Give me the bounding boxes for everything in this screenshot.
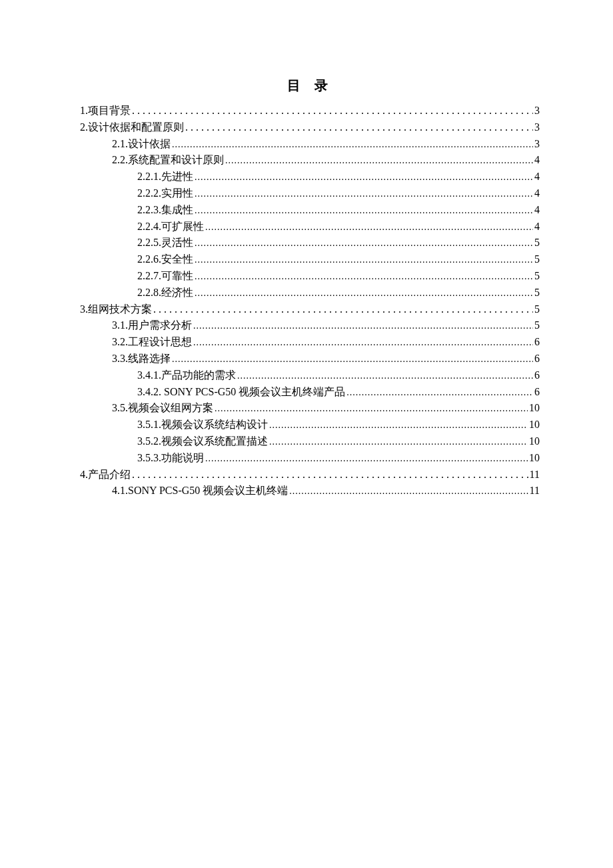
toc-entry: 4.产品介绍11	[80, 467, 540, 483]
toc-entry-label: 3.5.3.功能说明	[137, 450, 204, 467]
toc-leader	[269, 433, 528, 450]
toc-leader	[195, 268, 533, 285]
toc-entry-page: 5	[534, 285, 540, 301]
toc-title: 目 录	[80, 77, 540, 95]
toc-entry-page: 4	[534, 169, 540, 185]
toc-entry-page: 5	[534, 251, 540, 268]
toc-entry: 2.设计依据和配置原则3	[80, 119, 540, 136]
toc-entry-page: 5	[534, 268, 540, 285]
toc-entry: 3.5.1.视频会议系统结构设计10	[80, 417, 540, 433]
toc-entry: 3.1.用户需求分析5	[80, 317, 540, 334]
toc-entry-page: 5	[534, 235, 540, 251]
toc-entry: 2.1.设计依据3	[80, 136, 540, 153]
toc-entry: 1.项目背景3	[80, 103, 540, 119]
toc-entry-label: 2.设计依据和配置原则	[80, 119, 184, 136]
toc-leader	[195, 235, 533, 251]
toc-entry-label: 2.2.6.安全性	[137, 251, 193, 268]
toc-entry-label: 2.2.8.经济性	[137, 285, 193, 301]
toc-entry: 2.2.5.灵活性5	[80, 235, 540, 251]
toc-leader	[215, 400, 528, 417]
toc-entry-label: 2.2.1.先进性	[137, 169, 193, 185]
toc-leader	[225, 152, 533, 169]
toc-entry: 3.5.3.功能说明10	[80, 450, 540, 467]
toc-entry: 2.2.8.经济性5	[80, 285, 540, 301]
toc-entry-label: 2.2.3.集成性	[137, 202, 193, 219]
toc-entry-label: 3.组网技术方案	[80, 301, 152, 318]
toc-entry: 2.2.7.可靠性5	[80, 268, 540, 285]
toc-leader	[132, 103, 533, 119]
toc-entry: 3.3.线路选择6	[80, 351, 540, 367]
toc-entry-page: 6	[534, 367, 540, 384]
toc-entry: 3.组网技术方案5	[80, 301, 540, 318]
toc-leader	[205, 219, 533, 235]
toc-entry-page: 3	[534, 103, 540, 119]
toc-entry-page: 4	[534, 185, 540, 202]
toc-entry: 2.2.4.可扩展性4	[80, 219, 540, 235]
toc-entry: 2.2.6.安全性5	[80, 251, 540, 268]
toc-leader	[195, 202, 533, 219]
toc-leader	[153, 301, 533, 318]
toc-entry: 3.5.2.视频会议系统配置描述10	[80, 433, 540, 450]
toc-leader	[237, 367, 533, 384]
toc-entry-page: 4	[534, 202, 540, 219]
toc-leader	[195, 185, 533, 202]
toc-entry-page: 4	[534, 219, 540, 235]
toc-leader	[185, 119, 533, 136]
toc-entry-label: 2.1.设计依据	[112, 136, 171, 153]
toc-entry-page: 3	[534, 136, 540, 153]
toc-entry: 3.5.视频会议组网方案10	[80, 400, 540, 417]
toc-leader	[195, 169, 533, 185]
toc-leader	[195, 285, 533, 301]
toc-entry-label: 4.1.SONY PCS-G50 视频会议主机终端	[112, 483, 288, 499]
toc-entry-label: 2.2.4.可扩展性	[137, 219, 204, 235]
toc-entry: 4.1.SONY PCS-G50 视频会议主机终端11	[80, 483, 540, 499]
toc-entry-label: 1.项目背景	[80, 103, 131, 119]
toc-entry-label: 3.3.线路选择	[112, 351, 171, 367]
toc-entry: 3.2.工程设计思想6	[80, 334, 540, 351]
toc-entry-label: 3.1.用户需求分析	[112, 317, 192, 334]
toc-entry-label: 3.4.1.产品功能的需求	[137, 367, 236, 384]
toc-entry-label: 3.5.2.视频会议系统配置描述	[137, 433, 268, 450]
toc-entry-page: 11	[530, 483, 540, 499]
toc-entry-label: 3.5.视频会议组网方案	[112, 400, 213, 417]
toc-entry-page: 10	[529, 433, 540, 450]
toc-entry-label: 2.2.7.可靠性	[137, 268, 193, 285]
toc-entry-page: 10	[529, 450, 540, 467]
toc-entry-page: 11	[530, 467, 540, 483]
toc-entry-label: 2.2.2.实用性	[137, 185, 193, 202]
toc-entry: 3.4.1.产品功能的需求6	[80, 367, 540, 384]
toc-entry: 2.2.系统配置和设计原则4	[80, 152, 540, 169]
toc-entry: 2.2.3.集成性4	[80, 202, 540, 219]
toc-entry-page: 4	[534, 152, 540, 169]
toc-leader	[346, 384, 533, 401]
toc-leader	[172, 136, 533, 153]
toc-container: 1.项目背景32.设计依据和配置原则32.1.设计依据32.2.系统配置和设计原…	[80, 103, 540, 499]
toc-leader	[193, 334, 533, 351]
toc-leader	[205, 450, 528, 467]
toc-entry-page: 10	[529, 417, 540, 433]
toc-entry-label: 3.2.工程设计思想	[112, 334, 192, 351]
toc-entry-label: 2.2.5.灵活性	[137, 235, 193, 251]
toc-entry-label: 4.产品介绍	[80, 467, 131, 483]
toc-entry-label: 2.2.系统配置和设计原则	[112, 152, 224, 169]
toc-entry-page: 6	[534, 351, 540, 367]
toc-entry-page: 5	[534, 317, 540, 334]
toc-leader	[193, 317, 533, 334]
toc-entry-page: 6	[534, 384, 540, 401]
toc-leader	[132, 467, 528, 483]
toc-entry-page: 3	[534, 119, 540, 136]
toc-leader	[269, 417, 528, 433]
toc-leader	[195, 251, 533, 268]
toc-leader	[289, 483, 528, 499]
toc-entry-page: 10	[529, 400, 540, 417]
toc-entry-label: 3.4.2. SONY PCS-G50 视频会议主机终端产品	[137, 384, 345, 401]
toc-entry-label: 3.5.1.视频会议系统结构设计	[137, 417, 268, 433]
toc-entry-page: 5	[534, 301, 540, 318]
toc-entry: 3.4.2. SONY PCS-G50 视频会议主机终端产品6	[80, 384, 540, 401]
toc-entry-page: 6	[534, 334, 540, 351]
toc-leader	[172, 351, 533, 367]
toc-entry: 2.2.2.实用性4	[80, 185, 540, 202]
toc-entry: 2.2.1.先进性4	[80, 169, 540, 185]
